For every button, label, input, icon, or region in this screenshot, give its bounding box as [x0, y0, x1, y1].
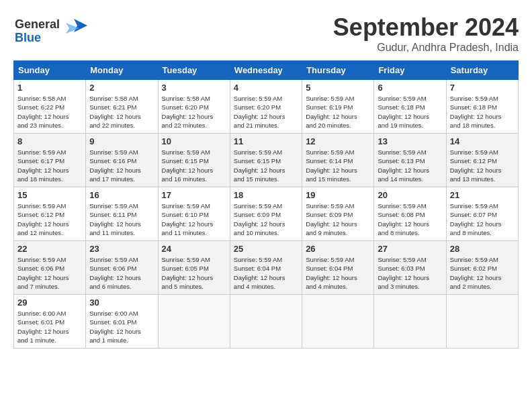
day-number: 10 [162, 136, 226, 146]
calendar-cell: 12 Sunrise: 5:59 AMSunset: 6:14 PMDaylig… [302, 134, 374, 187]
calendar-cell: 24 Sunrise: 5:59 AMSunset: 6:05 PMDaylig… [158, 241, 230, 295]
col-tuesday: Tuesday [158, 61, 230, 80]
header: General Blue September 2024 Gudur, Andhr… [13, 13, 519, 54]
col-friday: Friday [374, 61, 446, 80]
day-info: Sunrise: 5:59 AMSunset: 6:08 PMDaylight:… [378, 201, 442, 237]
day-number: 11 [234, 136, 298, 146]
day-info: Sunrise: 5:59 AMSunset: 6:09 PMDaylight:… [234, 201, 298, 237]
calendar-cell: 6 Sunrise: 5:59 AMSunset: 6:18 PMDayligh… [374, 80, 446, 134]
calendar-cell: 5 Sunrise: 5:59 AMSunset: 6:19 PMDayligh… [302, 80, 374, 134]
day-info: Sunrise: 5:59 AMSunset: 6:06 PMDaylight:… [89, 255, 154, 291]
calendar-cell: 2 Sunrise: 5:58 AMSunset: 6:21 PMDayligh… [86, 80, 158, 134]
day-info: Sunrise: 5:59 AMSunset: 6:06 PMDaylight:… [17, 255, 82, 291]
day-number: 12 [306, 136, 370, 146]
day-number: 6 [378, 83, 442, 93]
day-number: 17 [162, 190, 226, 200]
calendar-cell: 17 Sunrise: 5:59 AMSunset: 6:10 PMDaylig… [158, 187, 230, 241]
col-wednesday: Wednesday [230, 61, 302, 80]
title-area: September 2024 Gudur, Andhra Pradesh, In… [333, 13, 519, 54]
day-number: 1 [17, 83, 82, 93]
month-title: September 2024 [333, 13, 519, 42]
week-row-3: 15 Sunrise: 5:59 AMSunset: 6:12 PMDaylig… [14, 187, 519, 241]
day-info: Sunrise: 5:59 AMSunset: 6:02 PMDaylight:… [450, 255, 515, 291]
day-info: Sunrise: 5:58 AMSunset: 6:22 PMDaylight:… [17, 94, 82, 130]
day-number: 30 [89, 298, 154, 308]
calendar-cell [302, 295, 374, 349]
day-number: 27 [378, 244, 442, 254]
day-info: Sunrise: 5:59 AMSunset: 6:12 PMDaylight:… [450, 148, 515, 183]
calendar-cell: 23 Sunrise: 5:59 AMSunset: 6:06 PMDaylig… [86, 241, 158, 295]
day-info: Sunrise: 5:59 AMSunset: 6:14 PMDaylight:… [306, 148, 370, 183]
day-number: 21 [450, 190, 515, 200]
day-info: Sunrise: 6:00 AMSunset: 6:01 PMDaylight:… [17, 309, 82, 345]
day-number: 16 [89, 190, 154, 200]
calendar-cell: 10 Sunrise: 5:59 AMSunset: 6:15 PMDaylig… [158, 134, 230, 187]
svg-text:Blue: Blue [15, 31, 41, 44]
col-sunday: Sunday [14, 61, 86, 80]
calendar-cell: 30 Sunrise: 6:00 AMSunset: 6:01 PMDaylig… [86, 295, 158, 349]
day-info: Sunrise: 5:59 AMSunset: 6:10 PMDaylight:… [162, 201, 226, 237]
day-info: Sunrise: 5:59 AMSunset: 6:18 PMDaylight:… [378, 94, 442, 130]
day-info: Sunrise: 5:59 AMSunset: 6:03 PMDaylight:… [378, 255, 442, 291]
day-info: Sunrise: 5:59 AMSunset: 6:15 PMDaylight:… [234, 148, 298, 183]
calendar-cell: 14 Sunrise: 5:59 AMSunset: 6:12 PMDaylig… [446, 134, 518, 187]
day-info: Sunrise: 5:59 AMSunset: 6:04 PMDaylight:… [234, 255, 298, 291]
col-saturday: Saturday [446, 61, 518, 80]
day-info: Sunrise: 5:59 AMSunset: 6:04 PMDaylight:… [306, 255, 370, 291]
day-info: Sunrise: 5:59 AMSunset: 6:07 PMDaylight:… [450, 201, 515, 237]
calendar-cell: 21 Sunrise: 5:59 AMSunset: 6:07 PMDaylig… [446, 187, 518, 241]
calendar-cell: 22 Sunrise: 5:59 AMSunset: 6:06 PMDaylig… [14, 241, 86, 295]
day-number: 2 [89, 83, 154, 93]
day-number: 24 [162, 244, 226, 254]
calendar-cell: 26 Sunrise: 5:59 AMSunset: 6:04 PMDaylig… [302, 241, 374, 295]
day-info: Sunrise: 5:59 AMSunset: 6:12 PMDaylight:… [17, 201, 82, 237]
day-info: Sunrise: 5:59 AMSunset: 6:15 PMDaylight:… [162, 148, 226, 183]
calendar-header-row: Sunday Monday Tuesday Wednesday Thursday… [14, 61, 519, 80]
logo: General Blue [13, 13, 87, 50]
week-row-4: 22 Sunrise: 5:59 AMSunset: 6:06 PMDaylig… [14, 241, 519, 295]
calendar-cell: 9 Sunrise: 5:59 AMSunset: 6:16 PMDayligh… [86, 134, 158, 187]
day-number: 28 [450, 244, 515, 254]
calendar-cell [446, 295, 518, 349]
day-number: 8 [17, 136, 82, 146]
week-row-2: 8 Sunrise: 5:59 AMSunset: 6:17 PMDayligh… [14, 134, 519, 187]
day-number: 23 [89, 244, 154, 254]
col-thursday: Thursday [302, 61, 374, 80]
calendar-cell: 4 Sunrise: 5:59 AMSunset: 6:20 PMDayligh… [230, 80, 302, 134]
day-info: Sunrise: 6:00 AMSunset: 6:01 PMDaylight:… [89, 309, 154, 345]
day-info: Sunrise: 5:59 AMSunset: 6:11 PMDaylight:… [89, 201, 154, 237]
calendar-cell [374, 295, 446, 349]
day-number: 25 [234, 244, 298, 254]
calendar-cell: 8 Sunrise: 5:59 AMSunset: 6:17 PMDayligh… [14, 134, 86, 187]
calendar-cell: 11 Sunrise: 5:59 AMSunset: 6:15 PMDaylig… [230, 134, 302, 187]
calendar-cell: 20 Sunrise: 5:59 AMSunset: 6:08 PMDaylig… [374, 187, 446, 241]
day-info: Sunrise: 5:59 AMSunset: 6:18 PMDaylight:… [450, 94, 515, 130]
day-info: Sunrise: 5:59 AMSunset: 6:09 PMDaylight:… [306, 201, 370, 237]
day-number: 22 [17, 244, 82, 254]
calendar-cell [158, 295, 230, 349]
calendar-cell: 16 Sunrise: 5:59 AMSunset: 6:11 PMDaylig… [86, 187, 158, 241]
col-monday: Monday [86, 61, 158, 80]
day-info: Sunrise: 5:59 AMSunset: 6:17 PMDaylight:… [17, 148, 82, 183]
day-number: 7 [450, 83, 515, 93]
day-number: 3 [162, 83, 226, 93]
calendar-cell: 28 Sunrise: 5:59 AMSunset: 6:02 PMDaylig… [446, 241, 518, 295]
day-number: 14 [450, 136, 515, 146]
week-row-1: 1 Sunrise: 5:58 AMSunset: 6:22 PMDayligh… [14, 80, 519, 134]
day-number: 13 [378, 136, 442, 146]
calendar-cell [230, 295, 302, 349]
logo-svg: General Blue [13, 13, 87, 47]
week-row-5: 29 Sunrise: 6:00 AMSunset: 6:01 PMDaylig… [14, 295, 519, 349]
calendar-cell: 29 Sunrise: 6:00 AMSunset: 6:01 PMDaylig… [14, 295, 86, 349]
day-info: Sunrise: 5:59 AMSunset: 6:19 PMDaylight:… [306, 94, 370, 130]
day-number: 26 [306, 244, 370, 254]
calendar-cell: 18 Sunrise: 5:59 AMSunset: 6:09 PMDaylig… [230, 187, 302, 241]
day-number: 20 [378, 190, 442, 200]
day-number: 5 [306, 83, 370, 93]
calendar-cell: 15 Sunrise: 5:59 AMSunset: 6:12 PMDaylig… [14, 187, 86, 241]
day-info: Sunrise: 5:59 AMSunset: 6:13 PMDaylight:… [378, 148, 442, 183]
calendar-cell: 27 Sunrise: 5:59 AMSunset: 6:03 PMDaylig… [374, 241, 446, 295]
day-info: Sunrise: 5:59 AMSunset: 6:20 PMDaylight:… [234, 94, 298, 130]
day-number: 29 [17, 298, 82, 308]
day-number: 19 [306, 190, 370, 200]
